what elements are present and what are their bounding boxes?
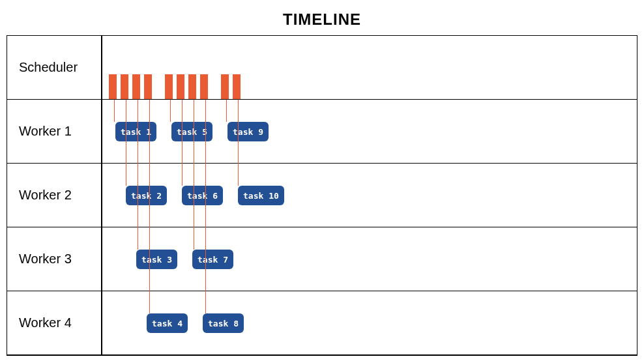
row-label-worker4: Worker 4	[7, 291, 102, 354]
scheduler-tick-2	[121, 74, 128, 99]
scheduler-tick-4	[144, 74, 152, 99]
task-5: task 5	[171, 122, 212, 141]
row-worker3: Worker 3 task 3task 7	[7, 227, 637, 291]
task-1: task 1	[115, 122, 156, 141]
scheduler-tick-1	[109, 74, 117, 99]
row-body-worker3: task 3task 7	[102, 227, 637, 291]
task-7: task 7	[192, 250, 233, 269]
row-body-worker2: task 2task 6task 10	[102, 164, 637, 227]
task-8: task 8	[203, 313, 244, 333]
row-worker2: Worker 2 task 2task 6task 10	[7, 164, 637, 227]
task-4: task 4	[147, 313, 188, 333]
row-body-worker4: task 4task 8	[102, 291, 637, 354]
row-worker4: Worker 4 task 4task 8	[7, 291, 637, 355]
scheduler-tick-3	[132, 74, 140, 99]
row-worker1: Worker 1 task 1task 5task 9	[7, 100, 637, 164]
task-9: task 9	[227, 122, 269, 141]
scheduler-tick-8	[200, 74, 208, 99]
row-body-scheduler	[102, 36, 637, 99]
task-6: task 6	[182, 186, 223, 205]
scheduler-tick-6	[177, 74, 184, 99]
scheduler-tick-5	[165, 74, 173, 99]
timeline-title: TIMELINE	[7, 10, 637, 29]
scheduler-tick-9	[221, 74, 229, 99]
row-label-worker3: Worker 3	[7, 227, 102, 291]
row-body-worker1: task 1task 5task 9	[102, 100, 637, 163]
row-label-scheduler: Scheduler	[7, 36, 102, 99]
row-label-worker2: Worker 2	[7, 164, 102, 227]
task-10: task 10	[238, 186, 284, 205]
task-3: task 3	[136, 250, 177, 269]
row-scheduler: Scheduler	[7, 36, 637, 100]
timeline-grid: Scheduler Worker 1 task 1task 5task 9 Wo…	[7, 35, 637, 356]
scheduler-tick-10	[233, 74, 241, 99]
task-2: task 2	[126, 186, 167, 205]
row-label-worker1: Worker 1	[7, 100, 102, 163]
scheduler-tick-7	[188, 74, 196, 99]
